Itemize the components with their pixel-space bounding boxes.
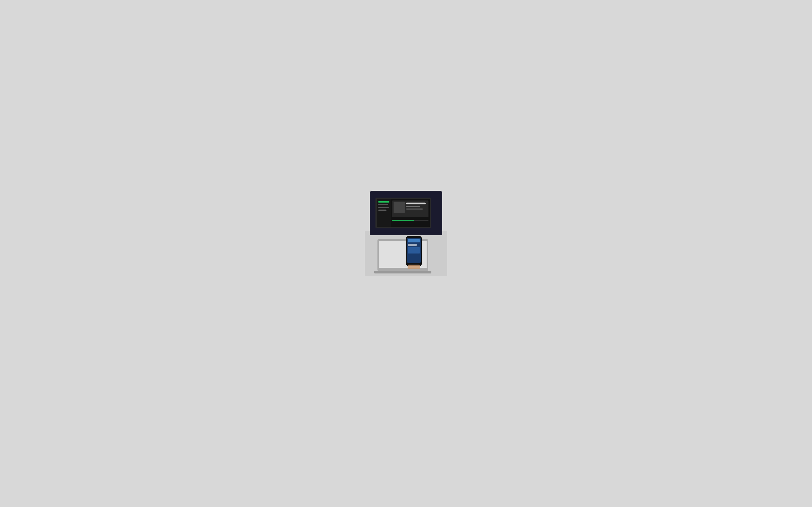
svg-rect-49 — [406, 206, 420, 207]
svg-rect-42 — [378, 201, 389, 203]
svg-rect-50 — [406, 209, 423, 210]
content-area: Lee Design Studio Hi, I'm Stephanie Lee,… — [282, 110, 530, 349]
project-card-weather[interactable]: 🌸 Weather Monitor App Mobile — [291, 190, 364, 261]
svg-rect-48 — [406, 203, 426, 205]
svg-rect-47 — [393, 202, 404, 213]
svg-rect-45 — [378, 210, 386, 211]
website: Lee Design Studio About Projects ••• Bui… — [0, 14, 812, 349]
svg-rect-44 — [378, 207, 389, 208]
project-thumb-spotify — [370, 191, 443, 235]
svg-rect-43 — [378, 204, 388, 205]
project-thumb-weather — [291, 190, 364, 261]
svg-rect-41 — [377, 199, 391, 227]
project-grid: 🌸 Weather Monitor App Mobile — [291, 190, 521, 336]
svg-rect-52 — [392, 220, 414, 221]
